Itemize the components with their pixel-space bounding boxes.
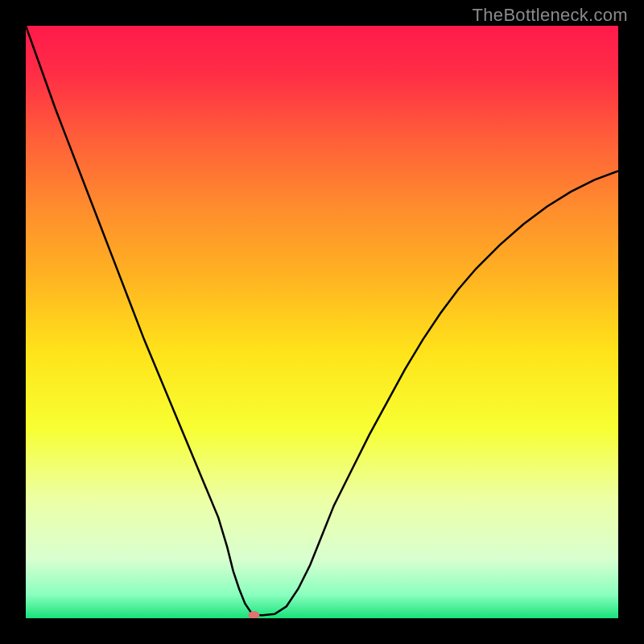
- gradient-background: [26, 26, 618, 618]
- chart-frame: TheBottleneck.com: [0, 0, 644, 644]
- chart-svg: [26, 26, 618, 618]
- watermark-text: TheBottleneck.com: [473, 5, 628, 26]
- plot-area: [26, 26, 618, 618]
